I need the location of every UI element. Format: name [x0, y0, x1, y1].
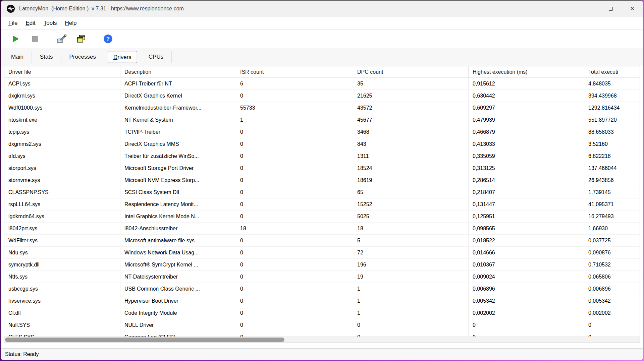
stop-monitor-button[interactable] — [29, 33, 41, 45]
table-cell: Intel Graphics Kernel Mode N... — [120, 210, 236, 222]
table-row[interactable]: afd.sysTreiber für zusätzliche WinSo...0… — [4, 150, 640, 162]
tabbar: Main Stats Processes Drivers CPUs — [1, 48, 643, 66]
column-header[interactable]: ISR count — [236, 66, 353, 77]
table-cell: 0 — [469, 331, 584, 337]
table-cell: 5025 — [353, 210, 469, 222]
table-row[interactable]: CLASSPNP.SYSSCSI Class System Dll0650,21… — [4, 186, 640, 198]
table-row[interactable]: symcryptk.dllMicrosoft® SymCrypt Kernel … — [4, 259, 640, 271]
table-cell: 72 — [353, 247, 469, 258]
table-row[interactable]: Ntfs.sysNT-Dateisystemtreiber0190,009024… — [4, 271, 640, 283]
tab-cpus[interactable]: CPUs — [141, 51, 172, 63]
maximize-button[interactable] — [600, 1, 622, 17]
table-cell: 5 — [353, 235, 469, 246]
drivers-listview: Driver fileDescriptionISR countDPC count… — [4, 66, 640, 343]
table-cell: 1 — [353, 307, 469, 319]
menu-tools[interactable]: Tools — [40, 20, 61, 26]
table-cell: Ndu.sys — [4, 247, 120, 258]
table-cell: DirectX Graphics MMS — [120, 138, 236, 150]
table-cell: dxgmms2.sys — [4, 138, 120, 150]
table-cell: 0 — [236, 138, 353, 150]
tools-icon — [57, 34, 67, 44]
table-cell: 0 — [236, 271, 353, 283]
table-row[interactable]: WdFilter.sysMicrosoft antimalware file s… — [4, 235, 640, 247]
column-header[interactable]: Highest execution (ms) — [469, 66, 584, 77]
table-row[interactable]: rspLLL64.sysResplendence Latency Monit..… — [4, 198, 640, 210]
column-header[interactable]: Driver file — [4, 66, 120, 77]
table-row[interactable]: CLFS.SYSCommon Log (CLFS)0000 — [4, 331, 640, 337]
table-cell: Microsoft® SymCrypt Kernel ... — [120, 259, 236, 270]
table-row[interactable]: Wdf01000.sysKernelmodustreiber-Framewor.… — [4, 102, 640, 114]
start-monitor-button[interactable] — [10, 33, 21, 45]
table-cell: SCSI Class System Dll — [120, 186, 236, 198]
table-cell: 88,658033 — [584, 126, 640, 138]
column-header[interactable]: DPC count — [353, 66, 469, 77]
menu-edit[interactable]: Edit — [21, 20, 39, 26]
table-cell: NT Kernel & System — [120, 114, 236, 126]
table-cell: 0,090876 — [584, 247, 640, 258]
table-cell: CLFS.SYS — [4, 331, 120, 337]
window-controls: ✕ — [579, 1, 643, 17]
table-row[interactable]: Ndu.sysWindows Network Data Usag...0720,… — [4, 247, 640, 259]
table-cell: 0,002002 — [469, 307, 584, 319]
table-body: ACPI.sysACPI-Treiber für NT6350,9156124,… — [4, 78, 640, 337]
menu-file[interactable]: File — [4, 20, 21, 26]
table-cell: 0 — [236, 247, 353, 258]
cascade-windows-button[interactable] — [75, 33, 87, 45]
help-button[interactable]: ? — [102, 33, 114, 45]
table-row[interactable]: Null.SYSNULL Driver0000 — [4, 319, 640, 331]
table-row[interactable]: usbccgp.sysUSB Common Class Generic ...0… — [4, 283, 640, 295]
table-cell: 0,466879 — [469, 126, 584, 138]
scrollbar-thumb[interactable] — [5, 338, 284, 342]
table-cell: 0,335059 — [469, 150, 584, 162]
table-cell: 0,915612 — [469, 78, 584, 89]
tools-button[interactable] — [56, 33, 67, 45]
toolbar: ? — [1, 30, 643, 48]
table-cell: 0,413033 — [469, 138, 584, 150]
tab-stats[interactable]: Stats — [32, 51, 61, 63]
table-row[interactable]: ntoskrnl.exeNT Kernel & System1456770,47… — [4, 114, 640, 126]
table-cell: i8042-Anschlussreiber — [120, 223, 236, 234]
table-cell: Microsoft NVM Express Storp... — [120, 174, 236, 186]
menu-help[interactable]: Help — [61, 20, 80, 26]
horizontal-scrollbar[interactable] — [4, 337, 640, 343]
tab-processes[interactable]: Processes — [61, 51, 104, 63]
table-cell: WdFilter.sys — [4, 235, 120, 246]
table-row[interactable]: tcpip.sysTCP/IP-Treiber034680,46687988,6… — [4, 126, 640, 138]
tab-main[interactable]: Main — [3, 51, 32, 63]
table-cell: 19 — [353, 271, 469, 283]
column-header[interactable]: Description — [120, 66, 236, 77]
table-cell: Kernelmodustreiber-Framewor... — [120, 102, 236, 114]
tab-drivers[interactable]: Drivers — [108, 51, 137, 63]
table-cell: Ntfs.sys — [4, 271, 120, 283]
table-row[interactable]: dxgkrnl.sysDirectX Graphics Kernel021625… — [4, 90, 640, 102]
table-cell: 0,009024 — [469, 271, 584, 283]
table-row[interactable]: storport.sysMicrosoft Storage Port Drive… — [4, 162, 640, 174]
table-row[interactable]: hvservice.sysHypervisor Boot Driver010,0… — [4, 295, 640, 307]
table-cell: 1311 — [353, 150, 469, 162]
table-row[interactable]: ACPI.sysACPI-Treiber für NT6350,9156124,… — [4, 78, 640, 90]
table-cell: 0 — [236, 198, 353, 210]
table-cell: 15252 — [353, 198, 469, 210]
table-row[interactable]: CI.dllCode Integrity Module010,0020020,0… — [4, 307, 640, 319]
table-cell: 0 — [469, 319, 584, 331]
table-cell: 18524 — [353, 162, 469, 174]
table-row[interactable]: i8042prt.sysi8042-Anschlussreiber18180,0… — [4, 223, 640, 235]
table-cell: 0 — [236, 307, 353, 319]
table-cell: 0,218407 — [469, 186, 584, 198]
table-row[interactable]: stornvme.sysMicrosoft NVM Express Storp.… — [4, 174, 640, 186]
table-cell: Code Integrity Module — [120, 307, 236, 319]
close-button[interactable]: ✕ — [622, 1, 643, 17]
table-cell: 0,313125 — [469, 162, 584, 174]
table-row[interactable]: dxgmms2.sysDirectX Graphics MMS08430,413… — [4, 138, 640, 150]
table-row[interactable]: igdkmdn64.sysIntel Graphics Kernel Mode … — [4, 210, 640, 223]
table-cell: Microsoft Storage Port Driver — [120, 162, 236, 174]
table-cell: 0,006896 — [469, 283, 584, 295]
table-cell: 16,279493 — [584, 210, 640, 222]
table-cell: 6,822218 — [584, 150, 640, 162]
table-cell: 0 — [236, 150, 353, 162]
table-cell: 0,609297 — [469, 102, 584, 114]
column-header[interactable]: Total executi — [584, 66, 640, 77]
table-cell: 0 — [236, 331, 353, 337]
table-cell: 0,286514 — [469, 174, 584, 186]
minimize-button[interactable] — [579, 1, 600, 17]
